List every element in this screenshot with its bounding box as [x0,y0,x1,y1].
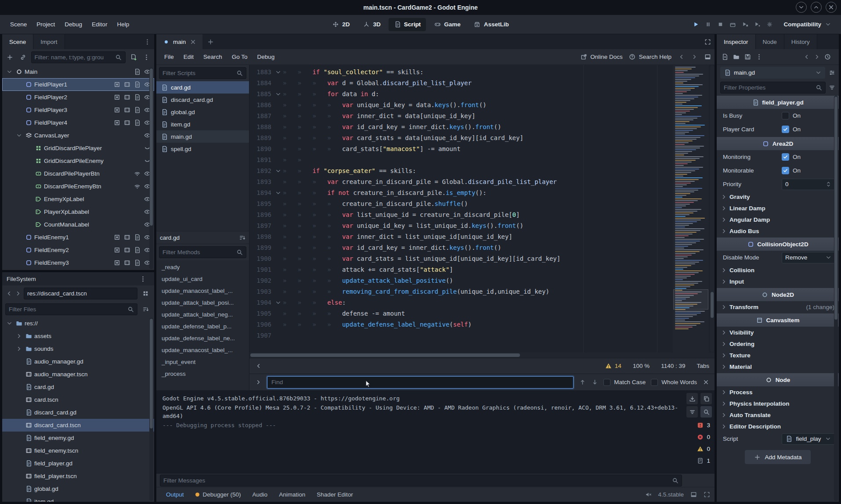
scene-tree-item[interactable]: FieldPlayer3 [2,104,154,116]
inspector-group[interactable]: Angular Damp [717,214,839,225]
menu-editor[interactable]: Editor [87,18,112,31]
method-list-item[interactable]: update_attack_label_posi... [156,297,249,309]
method-list-item[interactable]: _input_event [156,356,249,368]
code-line[interactable]: 1885» » » for data in d: [249,89,715,100]
file-sort-button[interactable] [140,303,151,315]
nav-forward-icon[interactable] [14,290,22,297]
script-list-item[interactable]: global.gd [156,106,249,118]
indent-mode[interactable]: Tabs [697,363,709,369]
history-back-icon[interactable] [803,54,810,61]
load-resource-icon[interactable] [733,54,740,61]
code-line[interactable]: 1886» » » » var unique_id_key = data.key… [249,100,715,111]
code-line[interactable]: 1889» » » » var card_stats = data[unique… [249,133,715,144]
code-line[interactable]: 1894» » » if not creature_in_discard_pil… [249,187,715,198]
scene-tree-item[interactable]: FieldEnemy3 [2,256,154,269]
code-line[interactable]: 1905» » » » defense -= amount [249,308,715,319]
log-counter[interactable]: 0 [697,431,712,443]
script-back-icon[interactable] [678,54,685,61]
checkbox[interactable] [782,112,789,119]
warning-count[interactable]: 14 [605,363,621,370]
film-icon[interactable] [123,119,130,126]
online-docs-button[interactable]: Online Docs [580,54,623,61]
script-list-item[interactable]: main.gd [156,130,249,143]
code-line[interactable]: 1903» » » » removing_card_from_discard_p… [249,286,715,297]
scene-tree-item[interactable]: CanvasLayer [2,129,154,142]
menu-scene[interactable]: Scene [5,18,32,31]
chev-r-icon[interactable] [16,346,23,353]
scene-tree-item[interactable]: FieldPlayer2 [2,91,154,104]
film-icon[interactable] [123,259,130,266]
code-hscrollbar[interactable] [249,353,715,358]
scene-tree-item[interactable]: EnemyXpLabel [2,193,154,205]
inspector-group[interactable]: Auto Translate [717,409,839,421]
filesystem-item[interactable]: field_player.tscn [2,470,154,482]
method-list-item[interactable]: _process [156,368,249,380]
script-icon[interactable] [134,234,141,241]
find-next-icon[interactable] [591,379,598,386]
method-list-item[interactable]: update_defense_label_p... [156,320,249,332]
dropdown[interactable]: Remove [782,252,835,263]
toggle-split-mode-button[interactable] [140,288,151,299]
inspector-scrollbar[interactable] [834,96,838,501]
filter-properties-input[interactable] [724,84,812,91]
film-icon[interactable] [123,107,130,114]
save-resource-icon[interactable] [744,54,751,61]
code-line[interactable]: 1900» » » » var card_stats = list_unique… [249,253,715,264]
code-line[interactable]: 1897» » » » var unique_id_key = list_uni… [249,220,715,231]
collapse-duplicates-button[interactable] [686,406,698,418]
code-line[interactable]: 1902» » » » update_attack_label_positive… [249,275,715,286]
film-icon[interactable] [123,94,130,101]
save-log-button[interactable] [686,393,698,404]
inspector-group[interactable]: Linear Damp [717,202,839,214]
search-log-button[interactable] [700,406,712,418]
find-input[interactable] [267,376,574,389]
script-icon[interactable] [134,247,141,254]
code-line[interactable]: 1893» » » var creature_in_discard_pile =… [249,176,715,187]
filesystem-scrollbar[interactable] [149,318,153,501]
bottom-tab-output[interactable]: Output [161,488,189,501]
filter-messages-input[interactable] [163,477,669,484]
script-menu-edit[interactable]: Edit [179,51,198,63]
inspector-group[interactable]: Visibility [717,327,839,338]
script-menu-go-to[interactable]: Go To [227,51,252,63]
method-list-item[interactable]: update_manacost_label_... [156,344,249,356]
log-counter[interactable]: 0 [697,443,712,455]
inspector-group[interactable]: Editor Description [717,421,839,432]
dock-tab-import[interactable]: Import [33,34,65,49]
attach-script-button[interactable] [128,52,139,63]
code-line[interactable]: 1888» » » » var id_card_key = inner_dict… [249,122,715,133]
filesystem-item[interactable]: discard_card.tscn [2,419,154,432]
scene-scrollbar[interactable] [149,68,153,269]
code-line[interactable]: 1904» » » else: [249,297,715,308]
distraction-free-icon[interactable] [704,38,711,45]
filesystem-item[interactable]: field_enemy.gd [2,432,154,444]
scene-tree-item[interactable]: FieldPlayer1 [2,78,154,91]
new-resource-icon[interactable] [721,54,728,61]
script-icon[interactable] [134,94,141,101]
code-scrollbar[interactable] [710,65,714,352]
menu-help[interactable]: Help [112,18,134,31]
scene-filter-input[interactable] [35,54,112,61]
chev-d-icon[interactable] [6,320,13,327]
menu-debug[interactable]: Debug [60,18,87,31]
file-filter-input[interactable] [9,306,124,313]
customize-run-button[interactable] [766,21,773,28]
code-line[interactable]: 1899» » » » var id_card_key = inner_dict… [249,242,715,253]
number-spinner[interactable]: 0 [782,179,835,190]
copy-log-button[interactable] [700,393,712,404]
inspector-group[interactable]: Audio Bus [717,225,839,237]
dock-tab-history[interactable]: History [784,34,817,49]
close-icon[interactable] [189,38,196,45]
code-line[interactable]: 1884» » » var d = Global.discard_pile_li… [249,78,715,89]
play-scene-button[interactable] [741,21,748,28]
code-line[interactable]: 1891» » [249,155,715,166]
add-node-button[interactable] [5,52,15,63]
find-close-icon[interactable] [702,379,709,386]
method-list-item[interactable]: update_defense_label_ne... [156,332,249,344]
code-line[interactable]: 1898» » » » var inner_dict = list_unique… [249,231,715,242]
film-icon[interactable] [123,234,130,241]
filesystem-item[interactable]: item.gd [2,495,154,502]
bottom-tab-shader-editor[interactable]: Shader Editor [311,488,358,501]
errors-panel-toggle-icon[interactable] [255,363,262,370]
dock-tab-inspector[interactable]: Inspector [717,34,756,49]
